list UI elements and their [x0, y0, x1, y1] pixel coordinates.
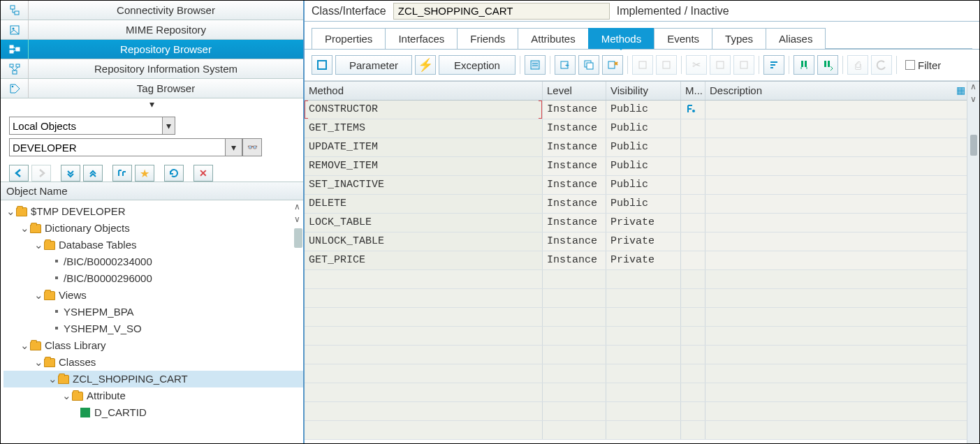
- cell-modifier[interactable]: [681, 157, 705, 175]
- refresh-button[interactable]: [164, 165, 184, 182]
- col-description[interactable]: Description: [705, 82, 979, 100]
- method-row[interactable]: CONSTRUCTOR Instance Public: [305, 101, 979, 119]
- nav-repo[interactable]: Repository Browser: [1, 40, 303, 59]
- empty-row[interactable]: [305, 383, 979, 402]
- empty-row[interactable]: [305, 270, 979, 289]
- cell-visibility[interactable]: Public: [606, 101, 681, 119]
- empty-row[interactable]: [305, 364, 979, 383]
- twisty-icon[interactable]: ⌄: [20, 220, 29, 237]
- twisty-icon[interactable]: ⌄: [34, 287, 43, 304]
- col-method[interactable]: Method: [305, 82, 543, 100]
- cell-method[interactable]: UPDATE_ITEM: [305, 138, 543, 156]
- chevron-down-icon[interactable]: ▾: [226, 138, 242, 156]
- tab-props[interactable]: Properties: [312, 28, 386, 49]
- cell-level[interactable]: Instance: [543, 119, 606, 138]
- sort-button[interactable]: [763, 55, 784, 75]
- tab-friends[interactable]: Friends: [457, 28, 518, 49]
- tree-leaf[interactable]: /BIC/B0000234000: [3, 253, 303, 270]
- cell-method[interactable]: GET_ITEMS: [305, 119, 543, 138]
- method-row[interactable]: GET_PRICE Instance Private: [305, 251, 979, 270]
- back-button[interactable]: [9, 165, 29, 182]
- twisty-icon[interactable]: ⌄: [34, 237, 43, 253]
- tree-node-root[interactable]: ⌄$TMP DEVELOPER: [3, 203, 303, 220]
- cell-level[interactable]: Instance: [543, 214, 606, 232]
- cell-level[interactable]: Instance: [543, 195, 606, 213]
- cell-visibility[interactable]: Public: [606, 176, 681, 194]
- layout-button[interactable]: [312, 55, 332, 75]
- cell-method[interactable]: SET_INACTIVE: [305, 176, 543, 194]
- cell-modifier[interactable]: [681, 176, 705, 194]
- cell-level[interactable]: Instance: [543, 176, 606, 194]
- cell-description[interactable]: [705, 101, 979, 119]
- col-visibility[interactable]: Visibility: [606, 82, 681, 100]
- tab-types[interactable]: Types: [712, 28, 766, 49]
- cell-description[interactable]: [705, 176, 979, 194]
- checkbox-icon[interactable]: [905, 60, 915, 70]
- twisty-icon[interactable]: ⌄: [48, 371, 57, 387]
- cell-method[interactable]: LOCK_TABLE: [305, 214, 543, 232]
- cell-description[interactable]: [705, 232, 979, 251]
- nav-connectivity[interactable]: Connectivity Browser: [1, 1, 303, 20]
- cell-visibility[interactable]: Public: [606, 138, 681, 156]
- cell-visibility[interactable]: Public: [606, 195, 681, 213]
- where-used-button[interactable]: [112, 165, 132, 182]
- favorite-button[interactable]: ★: [135, 165, 154, 182]
- tree-node-classlib[interactable]: ⌄Class Library: [3, 337, 303, 354]
- tree-node-classes[interactable]: ⌄Classes: [3, 354, 303, 371]
- tab-aliases[interactable]: Aliases: [766, 28, 826, 49]
- col-level[interactable]: Level: [543, 82, 606, 100]
- cell-description[interactable]: [705, 119, 979, 138]
- tab-ifs[interactable]: Interfaces: [385, 28, 458, 49]
- tree-node-dict[interactable]: ⌄Dictionary Objects: [3, 220, 303, 237]
- chevron-down-icon[interactable]: ▾: [163, 117, 175, 135]
- cell-description[interactable]: [705, 157, 979, 175]
- tree-node-attribute[interactable]: ⌄Attribute: [3, 387, 303, 404]
- cell-level[interactable]: Instance: [543, 251, 606, 269]
- cell-visibility[interactable]: Private: [606, 214, 681, 232]
- empty-row[interactable]: [305, 346, 979, 364]
- cell-modifier[interactable]: [681, 232, 705, 251]
- cell-method[interactable]: GET_PRICE: [305, 251, 543, 269]
- cell-description[interactable]: [705, 251, 979, 269]
- scope-combo[interactable]: ▾: [9, 117, 295, 135]
- cell-level[interactable]: Instance: [543, 101, 606, 119]
- method-row[interactable]: UNLOCK_TABLE Instance Private: [305, 232, 979, 251]
- nav-tag[interactable]: Tag Browser: [1, 79, 303, 98]
- twisty-icon[interactable]: ⌄: [6, 203, 15, 220]
- cell-visibility[interactable]: Public: [606, 119, 681, 138]
- user-combo[interactable]: ▾ 👓: [9, 138, 295, 156]
- nav-ris[interactable]: Repository Information System: [1, 59, 303, 79]
- cell-level[interactable]: Instance: [543, 232, 606, 251]
- cell-description[interactable]: [705, 214, 979, 232]
- cell-visibility[interactable]: Private: [606, 232, 681, 251]
- cell-visibility[interactable]: Private: [606, 251, 681, 269]
- find-button[interactable]: [793, 55, 814, 75]
- method-row[interactable]: REMOVE_ITEM Instance Public: [305, 157, 979, 176]
- delete-row-button[interactable]: [602, 55, 623, 75]
- cell-modifier[interactable]: [681, 119, 705, 138]
- expand-all-button[interactable]: [61, 165, 80, 182]
- cell-method[interactable]: UNLOCK_TABLE: [305, 232, 543, 251]
- tree-node-zcl[interactable]: ⌄ZCL_SHOPPING_CART: [3, 371, 303, 387]
- tree-node-views[interactable]: ⌄Views: [3, 287, 303, 304]
- cell-modifier[interactable]: [681, 214, 705, 232]
- user-input[interactable]: [9, 138, 226, 156]
- empty-row[interactable]: [305, 402, 979, 421]
- exception-button[interactable]: Exception: [439, 55, 515, 75]
- cell-method[interactable]: REMOVE_ITEM: [305, 157, 543, 175]
- empty-row[interactable]: [305, 289, 979, 308]
- cell-modifier[interactable]: [681, 138, 705, 156]
- scroll-up-icon[interactable]: ∧: [970, 82, 977, 94]
- copy-button[interactable]: [578, 55, 599, 75]
- tree-leaf[interactable]: YSHEPM_BPA: [3, 304, 303, 320]
- collapse-all-button[interactable]: [83, 165, 103, 182]
- tab-attrs[interactable]: Attributes: [518, 28, 588, 49]
- col-m[interactable]: M...: [681, 82, 705, 100]
- method-row[interactable]: LOCK_TABLE Instance Private: [305, 214, 979, 232]
- cell-method[interactable]: CONSTRUCTOR: [305, 101, 543, 119]
- method-row[interactable]: GET_ITEMS Instance Public: [305, 119, 979, 138]
- class-name-input[interactable]: [393, 3, 610, 20]
- cell-modifier[interactable]: [681, 251, 705, 269]
- find-next-button[interactable]: [817, 55, 838, 75]
- cell-level[interactable]: Instance: [543, 157, 606, 175]
